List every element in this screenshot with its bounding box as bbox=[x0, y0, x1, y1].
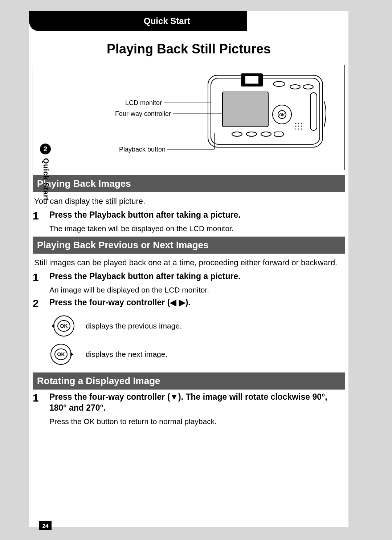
svg-point-16 bbox=[298, 122, 299, 124]
section1-intro: You can display the still picture. bbox=[34, 196, 343, 207]
svg-point-21 bbox=[295, 128, 296, 129]
svg-text:OK: OK bbox=[60, 323, 68, 329]
step-desc: The image taken will be displayed on the… bbox=[49, 223, 345, 234]
topbar-corner bbox=[29, 11, 91, 31]
section-heading-prev-next: Playing Back Previous or Next Images bbox=[33, 237, 345, 254]
svg-rect-7 bbox=[245, 76, 259, 84]
step-number: 2 bbox=[33, 297, 49, 309]
section-heading-rotating: Rotating a Displayed Image bbox=[33, 372, 345, 390]
section2-step-2: 2 Press the four-way controller (◀ ▶). bbox=[33, 297, 345, 309]
svg-marker-32 bbox=[52, 324, 54, 328]
step-number: 1 bbox=[33, 392, 49, 427]
step-title: Press the Playback button after taking a… bbox=[49, 210, 345, 221]
svg-point-8 bbox=[273, 81, 285, 86]
svg-rect-24 bbox=[310, 93, 317, 130]
step-desc: Press the OK button to return to normal … bbox=[49, 416, 345, 427]
top-bar: Quick Start bbox=[29, 11, 348, 31]
section-heading-playing-back-images: Playing Back Images bbox=[33, 175, 345, 192]
step-title: Press the Playback button after taking a… bbox=[49, 271, 345, 282]
svg-point-27 bbox=[261, 132, 271, 136]
section2-step-1: 1 Press the Playback button after taking… bbox=[33, 271, 345, 295]
ok-left-icon: OK bbox=[49, 314, 75, 338]
svg-rect-11 bbox=[222, 92, 268, 127]
next-image-text: displays the next image. bbox=[86, 350, 167, 359]
section1-step-1: 1 Press the Playback button after taking… bbox=[33, 210, 345, 234]
step-number: 1 bbox=[33, 271, 49, 295]
page: 2 Quick Start 24 Quick Start Playing Bac… bbox=[29, 11, 348, 527]
ok-right-icon: OK bbox=[49, 343, 75, 366]
prev-image-text: displays the previous image. bbox=[86, 322, 182, 330]
svg-point-23 bbox=[301, 128, 302, 129]
camera-icon: OK bbox=[201, 69, 336, 152]
svg-point-20 bbox=[301, 125, 302, 126]
svg-point-10 bbox=[303, 85, 313, 89]
step-title: Press the four-way controller (◀ ▶). bbox=[49, 297, 345, 308]
svg-point-25 bbox=[232, 132, 242, 136]
step-desc: An image will be displayed on the LCD mo… bbox=[49, 285, 345, 295]
svg-point-26 bbox=[246, 132, 257, 136]
page-number: 24 bbox=[39, 521, 52, 530]
section3-step-1: 1 Press the four-way controller (▼). The… bbox=[33, 392, 345, 427]
page-title: Playing Back Still Pictures bbox=[29, 41, 348, 57]
svg-point-17 bbox=[301, 122, 302, 124]
content: LCD monitor Four-way controller Playback… bbox=[29, 65, 348, 427]
svg-text:OK: OK bbox=[279, 113, 285, 117]
step-title: Press the four-way controller (▼). The i… bbox=[49, 392, 345, 414]
svg-marker-36 bbox=[70, 352, 73, 356]
svg-point-15 bbox=[295, 122, 296, 124]
step-number: 1 bbox=[33, 210, 49, 234]
svg-rect-28 bbox=[274, 132, 283, 136]
ok-left-row: OK displays the previous image. bbox=[49, 314, 345, 338]
svg-point-22 bbox=[298, 128, 299, 129]
topbar-label: Quick Start bbox=[87, 11, 247, 31]
section2-intro: Still images can be played back one at a… bbox=[34, 257, 343, 268]
svg-point-9 bbox=[290, 85, 300, 89]
svg-text:OK: OK bbox=[57, 351, 65, 357]
ok-right-row: OK displays the next image. bbox=[49, 343, 345, 366]
svg-point-19 bbox=[298, 125, 299, 126]
svg-point-18 bbox=[295, 125, 296, 126]
camera-diagram: LCD monitor Four-way controller Playback… bbox=[33, 65, 345, 170]
